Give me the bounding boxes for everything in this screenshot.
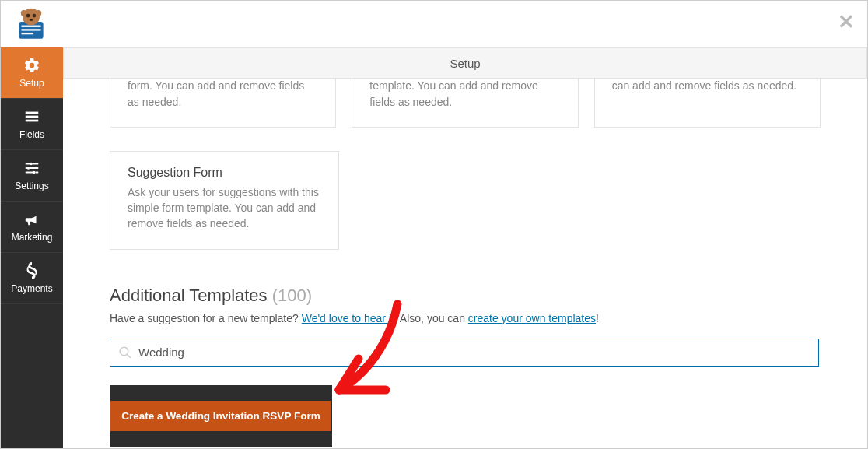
list-icon <box>23 108 40 125</box>
template-desc: website with this ready-made Donation fo… <box>128 79 318 110</box>
sidebar-label: Settings <box>15 181 48 191</box>
svg-rect-3 <box>22 32 34 33</box>
sliders-icon <box>23 160 40 177</box>
svg-point-6 <box>33 13 37 17</box>
page-title: Setup <box>450 57 480 70</box>
create-templates-link[interactable]: create your own templates <box>468 312 596 324</box>
modal-header <box>1 1 867 47</box>
sidebar-item-payments[interactable]: Payments <box>1 253 63 304</box>
svg-point-9 <box>35 10 41 16</box>
gear-icon <box>23 57 40 74</box>
template-search[interactable] <box>110 339 819 367</box>
svg-rect-12 <box>26 120 39 122</box>
template-desc: Ask your users for suggestions with this… <box>128 184 321 232</box>
svg-rect-11 <box>26 116 39 118</box>
wpforms-logo <box>12 5 51 44</box>
dollar-icon <box>23 262 40 279</box>
template-desc: orders with this ready-made form templat… <box>369 79 560 110</box>
sidebar-item-fields[interactable]: Fields <box>1 99 63 150</box>
search-input[interactable] <box>138 346 810 359</box>
svg-rect-1 <box>22 25 41 26</box>
sidebar-item-marketing[interactable]: Marketing <box>1 202 63 253</box>
template-card-suggestion[interactable]: Suggestion Form Ask your users for sugge… <box>110 151 339 250</box>
sidebar-item-settings[interactable]: Settings <box>1 150 63 202</box>
svg-point-8 <box>21 10 27 16</box>
svg-rect-10 <box>26 112 39 114</box>
sidebar-label: Setup <box>19 78 44 89</box>
close-icon[interactable]: ✕ <box>838 10 855 34</box>
sidebar-item-setup[interactable]: Setup <box>1 47 63 99</box>
hear-it-link[interactable]: We'd love to hear it <box>302 312 394 324</box>
search-result-card[interactable]: Create a Wedding Invitation RSVP Form <box>110 385 332 447</box>
template-card[interactable]: website with this ready-made Donation fo… <box>110 79 336 128</box>
svg-point-5 <box>26 13 30 17</box>
suggestion-line: Have a suggestion for a new template? We… <box>110 312 821 324</box>
template-card[interactable]: with this newsletter signup form. You ca… <box>594 79 821 128</box>
svg-point-14 <box>27 167 30 170</box>
sidebar-label: Marketing <box>12 232 53 243</box>
sidebar-label: Fields <box>19 129 44 140</box>
sidebar-label: Payments <box>11 283 52 294</box>
create-template-button[interactable]: Create a Wedding Invitation RSVP Form <box>110 401 331 431</box>
templates-count: (100) <box>272 286 312 305</box>
svg-point-7 <box>30 18 33 20</box>
main-content: website with this ready-made Donation fo… <box>63 79 867 448</box>
additional-templates-heading: Additional Templates (100) <box>110 286 821 306</box>
template-title: Suggestion Form <box>128 166 321 180</box>
template-desc: with this newsletter signup form. You ca… <box>612 79 803 94</box>
search-icon <box>118 346 132 360</box>
page-title-bar: Setup <box>63 47 867 79</box>
bullhorn-icon <box>23 211 40 228</box>
template-card[interactable]: orders with this ready-made form templat… <box>352 79 578 128</box>
sidebar: Setup Fields Settings Marketing Payments <box>1 47 63 448</box>
svg-point-13 <box>30 163 33 166</box>
svg-rect-2 <box>22 29 41 30</box>
svg-point-15 <box>33 171 36 174</box>
